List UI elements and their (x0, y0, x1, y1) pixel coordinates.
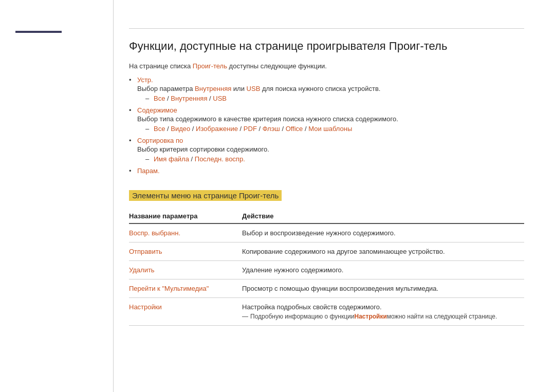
section-heading: Элементы меню на странице Проиг-тель (129, 190, 282, 201)
link-lastplay[interactable]: Последн. воспр. (195, 155, 245, 163)
list-item-content: Содержимое Выбор типа содержимого в каче… (129, 106, 524, 133)
row-action-5-subnote: Подробную информацию о функции Настройки… (242, 313, 524, 320)
page-title: Функции, доступные на странице проигрыва… (129, 39, 524, 54)
link-pdf[interactable]: PDF (244, 125, 257, 133)
content-sub-list: Все / Видео / Изображение / PDF / Флэш /… (145, 125, 524, 133)
row-name-3: Удалить (129, 266, 242, 274)
param-title: Парам. (137, 167, 160, 175)
link-flash[interactable]: Флэш (263, 125, 280, 133)
row-action-4: Просмотр с помощью функции воспроизведен… (242, 285, 524, 292)
row-name-2: Отправить (129, 248, 242, 255)
content-desc: Выбор типа содержимого в качестве критер… (137, 115, 524, 123)
link-all2[interactable]: Все (154, 125, 165, 133)
sort-title: Сортировка по (137, 137, 183, 144)
row-link-5[interactable]: Настройки (129, 303, 162, 311)
row-link-4[interactable]: Перейти к "Мультимедиа" (129, 285, 209, 292)
link-image[interactable]: Изображение (196, 125, 238, 133)
link-mytemplates[interactable]: Мои шаблоны (308, 125, 352, 133)
row-link-3[interactable]: Удалить (129, 266, 155, 274)
sort-desc: Выбор критерия сортировки содержимого. (137, 145, 524, 153)
content-links: Все / Видео / Изображение / PDF / Флэш /… (154, 125, 352, 133)
table-row: Настройки Настройка подробных свойств со… (129, 298, 524, 326)
list-item-sort: Сортировка по Выбор критерия сортировки … (129, 137, 524, 163)
intro-paragraph: На странице списка Проиг-тель доступны с… (129, 62, 524, 70)
sort-links: Имя файла / Последн. воспр. (154, 155, 245, 163)
sort-sub-item: Имя файла / Последн. воспр. (145, 155, 524, 163)
table-row: Перейти к "Мультимедиа" Просмотр с помощ… (129, 279, 524, 298)
row-action-3: Удаление нужного содержимого. (242, 266, 524, 274)
intro-after: доступны следующие функции. (227, 62, 327, 70)
table-row: Воспр. выбранн. Выбор и воспроизведение … (129, 224, 524, 242)
left-sidebar (0, 0, 113, 392)
intro-link-proigtель[interactable]: Проиг-тель (193, 62, 227, 70)
link-usb2[interactable]: USB (213, 95, 227, 102)
table-row: Отправить Копирование содержимого на дру… (129, 242, 524, 261)
ustro-links: Все / Внутренняя / USB (154, 95, 227, 102)
ustro-desc: Выбор параметра Внутренняя или USB для п… (137, 85, 524, 92)
link-filename[interactable]: Имя файла (154, 155, 189, 163)
row-action-5: Настройка подробных свойств содержимого.… (242, 303, 524, 320)
content-title: Содержимое (137, 106, 177, 114)
content-area: Функции, доступные на странице проигрыва… (113, 0, 555, 392)
row-link-2[interactable]: Отправить (129, 248, 162, 255)
features-list: Устр. Выбор параметра Внутренняя или USB… (129, 76, 524, 175)
content-sub-item: Все / Видео / Изображение / PDF / Флэш /… (145, 125, 524, 133)
intro-before: На странице списка (129, 62, 193, 70)
row-action-2: Копирование содержимого на другое запоми… (242, 248, 524, 255)
link-video[interactable]: Видео (171, 125, 190, 133)
menu-table: Название параметра Действие Воспр. выбра… (129, 212, 524, 326)
table-header: Название параметра Действие (129, 212, 524, 224)
row-action-5-main: Настройка подробных свойств содержимого. (242, 303, 524, 311)
list-item-ustro: Устр. Выбор параметра Внутренняя или USB… (129, 76, 524, 102)
ustro-sub-item: Все / Внутренняя / USB (145, 95, 524, 102)
link-all1[interactable]: Все (154, 95, 165, 102)
sort-sub-list: Имя файла / Последн. воспр. (145, 155, 524, 163)
link-office[interactable]: Office (286, 125, 303, 133)
row-link-1[interactable]: Воспр. выбранн. (129, 229, 180, 237)
sidebar-accent-bar (15, 31, 62, 33)
subnote-bold: Настройки (355, 313, 387, 320)
row-name-1: Воспр. выбранн. (129, 229, 242, 237)
ustro-title: Устр. (137, 76, 153, 84)
row-action-1: Выбор и воспроизведение нужного содержим… (242, 229, 524, 237)
page-container: Функции, доступные на странице проигрыва… (0, 0, 555, 392)
list-item-param: Парам. (129, 167, 524, 175)
link-internal2[interactable]: Внутренняя (171, 95, 207, 102)
ustro-sub-list: Все / Внутренняя / USB (145, 95, 524, 102)
table-row: Удалить Удаление нужного содержимого. (129, 261, 524, 279)
top-divider (129, 28, 524, 29)
link-internal[interactable]: Внутренняя (195, 85, 231, 92)
row-name-5: Настройки (129, 303, 242, 311)
col-header-action: Действие (242, 212, 524, 220)
link-usb[interactable]: USB (247, 85, 261, 92)
row-name-4: Перейти к "Мультимедиа" (129, 285, 242, 292)
col-header-name: Название параметра (129, 212, 242, 220)
